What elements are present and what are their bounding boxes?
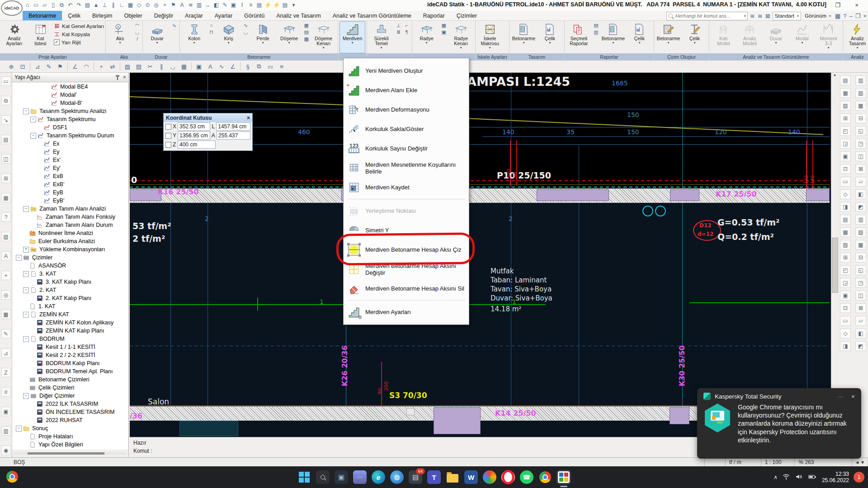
rapor-minis-icon[interactable]: ▥: [594, 30, 598, 35]
measure-icon[interactable]: ⊿: [33, 61, 42, 71]
z-field[interactable]: 400 cm: [178, 141, 216, 149]
pen-tool-icon[interactable]: ✎: [221, 0, 229, 9]
kat-genel-ayarlari-button[interactable]: Kat Genel Ayarları: [54, 23, 104, 29]
dim-align-icon[interactable]: ≡: [247, 0, 255, 9]
save-icon[interactable]: ▯: [49, 0, 57, 9]
tree-item[interactable]: +ExB': [12, 180, 128, 188]
aks-minis-icon[interactable]: ◠: [135, 23, 140, 28]
tree-item[interactable]: −Çizimler: [12, 253, 128, 262]
open-file-icon[interactable]: ▱: [41, 0, 48, 9]
scissors-icon[interactable]: ✂: [145, 61, 155, 71]
gorunum-combo[interactable]: Görünüm▾: [803, 12, 833, 20]
tree-item[interactable]: +Ex': [12, 156, 128, 164]
kat-listesi-button[interactable]: Katlistesi: [28, 21, 53, 53]
right-tool-icon[interactable]: ◫: [855, 151, 866, 161]
mdi-restore-icon[interactable]: ❐: [855, 13, 861, 19]
right-tool-icon[interactable]: ▥: [855, 215, 866, 225]
secmeli-raporlar-button[interactable]: SeçmeliRaporlar: [566, 21, 592, 53]
draw-pencil-icon[interactable]: ✎: [1, 329, 11, 338]
menu-item-axis-draw[interactable]: Merdiven Betonarme Hesap Aksı Çiz: [344, 240, 469, 259]
tree-item[interactable]: +Ex: [12, 140, 128, 148]
coordinate-box-titlebar[interactable]: Koordinat Kutusu ×: [164, 113, 252, 122]
tree-item[interactable]: Zaman Tanım Alanı Fonksiy: [12, 213, 128, 221]
tasarim-celik-button[interactable]: Çelik▾: [537, 21, 563, 53]
selection-mode-icon[interactable]: ⊠: [765, 13, 771, 19]
taskbar-icon-edge[interactable]: e: [372, 470, 385, 484]
cizim-celik-button[interactable]: Çelik▾: [682, 21, 708, 53]
right-tool-icon[interactable]: ◳: [855, 139, 866, 149]
kiris-minis-icon[interactable]: ◡: [244, 30, 248, 35]
tree-toggle-icon[interactable]: −: [23, 108, 29, 114]
text-abc-icon[interactable]: ≋: [187, 0, 194, 9]
duvar-button[interactable]: Duvar▾: [144, 21, 170, 53]
status-unit[interactable]: tf / m: [726, 458, 761, 466]
menu-item-axis-edit[interactable]: Merdiven Betonarme Hesap Aksını Değiştir: [344, 259, 469, 279]
kati-model-button[interactable]: KatıModel: [711, 21, 736, 53]
move-tool-icon[interactable]: ＋: [1, 271, 11, 280]
text-tool-icon[interactable]: A: [1, 251, 11, 261]
fillet-icon[interactable]: ◡: [168, 61, 178, 71]
pin-icon[interactable]: [116, 75, 119, 80]
right-tool-icon[interactable]: ▭: [840, 177, 851, 187]
taskbar-icon-photos[interactable]: [483, 470, 496, 484]
menu-tab-betonarme[interactable]: Betonarme: [23, 11, 62, 20]
number-tool-icon[interactable]: #: [1, 387, 11, 397]
tree-item[interactable]: +Ey': [12, 164, 128, 172]
layer-list-icon[interactable]: ▤: [84, 0, 91, 9]
tree-item[interactable]: Kesit 2 / 2-2 KESİTİ: [12, 351, 128, 359]
right-tool-icon[interactable]: ◰: [840, 265, 851, 275]
layers-icon[interactable]: ▤: [134, 61, 144, 71]
layer-filter2-icon[interactable]: ≋: [757, 13, 763, 19]
right-tool-icon[interactable]: ◨: [840, 341, 851, 351]
triangle-tool-icon[interactable]: ⊿: [1, 348, 11, 358]
taskbar-icon-teams[interactable]: T: [427, 470, 441, 484]
auto-label-icon[interactable]: ▥: [195, 0, 203, 9]
menu-tab-ayarlar[interactable]: Ayarlar: [209, 11, 238, 20]
right-tool-icon[interactable]: ⊡: [840, 303, 851, 313]
note-flag-icon[interactable]: ⚑: [55, 61, 65, 71]
taskbar-clock[interactable]: 12:33 25.06.2022: [822, 471, 849, 483]
yari-rijit-button[interactable]: ✓Yarı Rijit: [54, 39, 104, 45]
right-tool-icon[interactable]: ⊞: [840, 113, 851, 123]
tree-item[interactable]: Euler Burkulma Analizi: [12, 237, 128, 245]
intersection-snap-icon[interactable]: ＋: [161, 0, 169, 9]
app-logo[interactable]: ideCAD: [1, 0, 23, 16]
menu-tab-ara-lar[interactable]: Araçlar: [179, 11, 209, 20]
kat-kopyala-button[interactable]: Kat Kopyala: [54, 31, 104, 38]
paint-icon[interactable]: ◧: [212, 0, 220, 9]
menu-tab-analiz-ve-tasar-m-g-r-nt-leme[interactable]: Analiz ve Tasarım Görüntüleme: [327, 11, 417, 20]
gor-duvar-button[interactable]: Duvar▾: [763, 21, 789, 53]
new-file-icon[interactable]: ▭: [32, 0, 40, 9]
tree-close-icon[interactable]: ×: [123, 74, 126, 80]
tree-item[interactable]: +Modal BE4: [12, 83, 128, 91]
bolt-yellow-icon[interactable]: ⚡: [273, 0, 280, 9]
scroll-thumb[interactable]: [832, 238, 838, 293]
search-dropdown-icon[interactable]: ▾: [744, 14, 746, 18]
status-scale[interactable]: 1 : 100: [761, 458, 795, 466]
insert-block-icon[interactable]: ⊞: [1, 174, 11, 183]
node-snap-icon[interactable]: ⊙: [144, 0, 151, 9]
tree-item[interactable]: +Modal-B': [12, 99, 128, 107]
rapor-betonarme-button[interactable]: Betonarme▾: [600, 21, 626, 53]
mdi-minimize-icon[interactable]: –: [849, 13, 853, 19]
move-icon[interactable]: ＋: [96, 61, 106, 71]
menu-tab-raporlar[interactable]: Raporlar: [417, 11, 451, 20]
right-tool-icon[interactable]: ◩: [855, 341, 866, 351]
doseme-kenari-button[interactable]: DöşemeKenarı▾: [311, 21, 336, 53]
tree-item[interactable]: −Diğer Çizimler: [12, 392, 128, 400]
kolon-minis-icon[interactable]: ⊓: [209, 30, 213, 35]
right-tool-icon[interactable]: ▧: [855, 88, 866, 98]
menu-item-railing-toggle[interactable]: Korkuluk Sakla/Göster: [344, 119, 469, 139]
taskbar-icon-opera[interactable]: [501, 470, 515, 484]
save-all-icon[interactable]: ⧉: [58, 0, 66, 9]
tree-item[interactable]: Proje Hataları: [12, 432, 128, 441]
analiz-ayarlari-button[interactable]: AnalizAyarları: [1, 21, 27, 53]
right-tool-icon[interactable]: ▣: [840, 291, 851, 300]
center-snap-icon[interactable]: ◎: [1, 290, 11, 300]
kaspersky-close-icon[interactable]: ×: [848, 393, 855, 400]
moment-button[interactable]: Moment3-3▾: [816, 21, 841, 53]
radye-minis-icon[interactable]: ▣: [441, 30, 446, 35]
tree-item[interactable]: +Ey: [12, 148, 128, 156]
minimize-button[interactable]: –: [809, 0, 828, 10]
close-button[interactable]: ×: [847, 0, 866, 10]
